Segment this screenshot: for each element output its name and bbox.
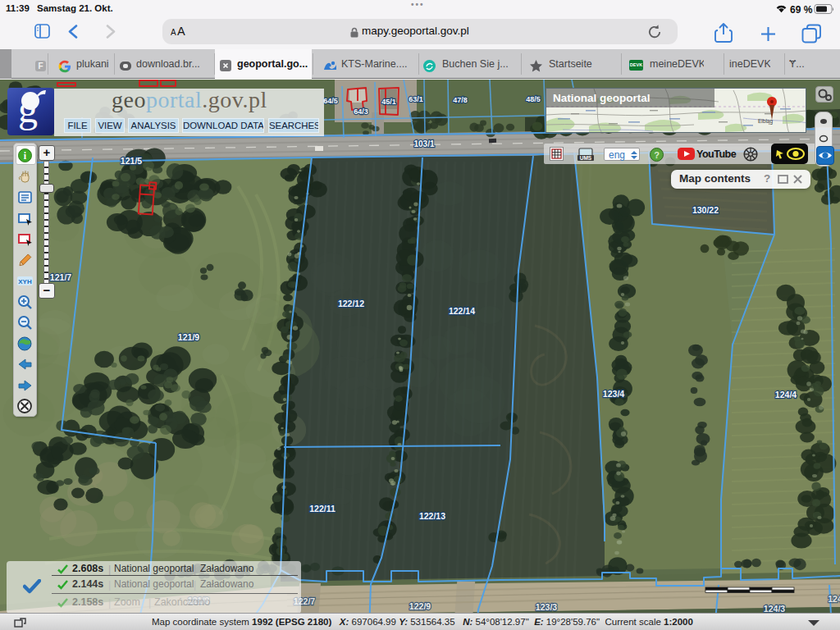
svg-text:122/14: 122/14 [449,306,475,316]
svg-text:124/4: 124/4 [775,390,797,399]
svg-text:UMS: UMS [580,155,592,161]
svg-text:122/12: 122/12 [338,299,364,308]
svg-text:National geoportal: National geoportal [553,92,651,104]
svg-text:124: 124 [828,594,840,604]
svg-text:124/3: 124/3 [764,604,785,613]
svg-text:?: ? [654,150,660,160]
svg-text:45/1: 45/1 [381,98,396,106]
svg-text:48/5: 48/5 [526,95,541,103]
svg-text:121/9: 121/9 [178,332,199,342]
svg-text:YouTube: YouTube [696,148,737,160]
svg-text:XYH: XYH [18,278,32,285]
svg-text:122/11: 122/11 [309,504,336,514]
svg-text:123/3: 123/3 [536,602,557,612]
svg-text:122/9: 122/9 [409,601,431,611]
svg-text:130/22: 130/22 [692,205,719,215]
svg-text:103/1: 103/1 [413,139,434,148]
svg-text:123/4: 123/4 [603,389,624,399]
svg-text:47/8: 47/8 [453,96,468,104]
svg-text:63/1: 63/1 [409,95,423,103]
svg-text:64/3: 64/3 [354,107,368,116]
svg-text:64/5: 64/5 [323,97,338,105]
svg-text:69 %: 69 % [790,4,813,16]
svg-text:121/5: 121/5 [121,156,142,166]
svg-text:121/7: 121/7 [50,272,71,282]
svg-text:Elbląg: Elbląg [758,118,773,125]
svg-text:122/13: 122/13 [419,511,445,521]
